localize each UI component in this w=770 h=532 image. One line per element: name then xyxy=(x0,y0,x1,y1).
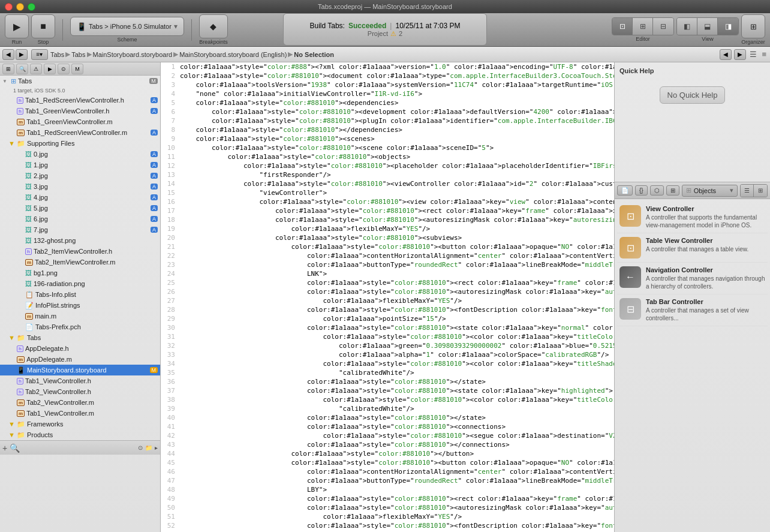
nav-forward-button[interactable]: ▶ xyxy=(16,49,28,60)
lib-list-view-btn[interactable]: ☰ xyxy=(741,185,754,197)
sidebar-btn-5[interactable]: ⊙ xyxy=(58,64,70,74)
file-tree-item[interactable]: mAppDelegate.m xyxy=(0,354,160,365)
breadcrumb-1[interactable]: Tabs xyxy=(71,51,85,58)
show-navigator-button[interactable]: ◧ xyxy=(677,18,697,35)
nav-next-button[interactable]: ▶ xyxy=(734,49,746,60)
file-name: Tab1_RedScreenViewController.m xyxy=(26,129,151,136)
file-tree-item[interactable]: 📱MainStoryboard.storyboardM xyxy=(0,365,160,375)
file-tree-item[interactable]: hTab2_ItemViewController.h xyxy=(0,246,160,257)
sidebar-btn-3[interactable]: ⚠ xyxy=(30,64,42,74)
plist-icon: 📋 xyxy=(25,291,34,299)
file-tree-item[interactable]: mTab2_ItemViewController.m xyxy=(0,257,160,267)
scheme-selector[interactable]: 📱 Tabs > iPhone 5.0 Simulator ▾ xyxy=(70,17,184,36)
filter-button[interactable]: 🔍 xyxy=(10,443,20,453)
library-item[interactable]: ← Navigation Controller A controller tha… xyxy=(617,263,768,294)
organizer-button[interactable]: ⊞ xyxy=(741,14,765,38)
add-file-button[interactable]: + xyxy=(2,443,7,453)
sidebar-header: ⊞ 🔍 ⚠ ▶ ⊙ M xyxy=(0,62,160,76)
standard-editor-button[interactable]: ⊡ xyxy=(612,18,633,35)
breadcrumb-4[interactable]: No Selection xyxy=(294,51,334,58)
file-tree-item[interactable]: mTab1_GreenViewController.m xyxy=(0,116,160,127)
code-line: 31 color:#1a1aaa">style="color:#881010">… xyxy=(161,332,614,341)
breadcrumb-0[interactable]: Tabs xyxy=(50,51,64,58)
image-icon: 🖼 xyxy=(25,194,32,201)
sidebar-btn-4[interactable]: ▶ xyxy=(44,64,56,74)
file-tree-item[interactable]: hTab1_RedScreenViewController.hA xyxy=(0,95,160,106)
file-tree-item[interactable]: 🖼0.jpgA xyxy=(0,149,160,160)
library-item[interactable]: ⊟ Tab Bar Controller A controller that m… xyxy=(617,294,768,326)
file-tree-item[interactable]: ▼📁Supporting Files xyxy=(0,138,160,149)
file-tree-item[interactable]: mTab1_RedScreenViewController.mA xyxy=(0,127,160,138)
breadcrumb-3[interactable]: MainStoryboard.storyboard (English) xyxy=(179,51,287,58)
library-item[interactable]: ⊡ Table View Controller A controller tha… xyxy=(617,233,768,263)
file-name: Tab1_ViewController.h xyxy=(25,377,158,384)
file-tree-item[interactable]: 🖼bg1.png xyxy=(0,267,160,278)
quick-open-button[interactable]: ▸ xyxy=(155,444,158,451)
build-status-text: Succeeded xyxy=(348,22,386,30)
line-content: color:#1a1aaa">style xyxy=(180,116,291,125)
no-quick-help-button[interactable]: No Quick Help xyxy=(660,86,726,104)
library-type-selector[interactable]: ⊞ Objects ▾ xyxy=(682,185,738,197)
file-tree-item[interactable]: 📄Tabs-Prefix.pch xyxy=(0,321,160,332)
file-name: bg1.png xyxy=(34,269,158,276)
sidebar-btn-6[interactable]: M xyxy=(71,64,83,74)
file-tree-item[interactable]: ▼📁Tabs xyxy=(0,332,160,343)
file-tree-item[interactable]: 🖼132-ghost.png xyxy=(0,235,160,246)
file-tree-item[interactable]: 🖼6.jpgA xyxy=(0,214,160,224)
file-tree-item[interactable]: 📋Tabs-Info.plist xyxy=(0,289,160,300)
lib-item-desc: A controller that manages a set of view … xyxy=(646,306,765,322)
library-item[interactable]: ⊡ View Controller A controller that supp… xyxy=(617,202,768,233)
file-tree-item[interactable]: 🖼1.jpgA xyxy=(0,160,160,170)
code-editor[interactable]: 1color:#1a1aaa">style="color:#888"><?xml… xyxy=(161,62,614,532)
breakpoints-button[interactable]: ◆ xyxy=(199,14,228,38)
show-utilities-button[interactable]: ◨ xyxy=(718,18,738,35)
project-root-item[interactable]: ▼ ⊞ Tabs M xyxy=(0,76,160,86)
lib-media-btn[interactable]: ⊞ xyxy=(666,185,679,196)
file-tree-item[interactable]: 🖼3.jpgA xyxy=(0,181,160,192)
code-line: 42 color:#1a1aaa">style="color:#881010">… xyxy=(161,431,614,440)
version-editor-button[interactable]: ⊟ xyxy=(653,18,673,35)
maximize-button[interactable] xyxy=(28,3,35,11)
nav-back-button[interactable]: ◀ xyxy=(2,49,14,60)
file-tree-item[interactable]: 🖼4.jpgA xyxy=(0,192,160,203)
sidebar-btn-2[interactable]: 🔍 xyxy=(16,64,28,74)
breakpoints-label: Breakpoints xyxy=(199,39,228,45)
nav-more-button[interactable]: ≡ xyxy=(760,49,768,60)
file-tree-item[interactable]: 🖼2.jpgA xyxy=(0,170,160,181)
file-tree-item[interactable]: 📝InfoPlist.strings xyxy=(0,300,160,311)
line-content: color:#1a1aaa">style xyxy=(180,98,275,107)
file-tree-item[interactable]: 🖼5.jpgA xyxy=(0,203,160,214)
code-line: 20 color:#1a1aaa">style="color:#881010">… xyxy=(161,233,614,242)
stop-button[interactable]: ■ xyxy=(31,14,55,38)
close-button[interactable] xyxy=(5,3,13,11)
file-tree-item[interactable]: hTab1_ViewController.h xyxy=(0,375,160,386)
lib-3d-btn[interactable]: ⬡ xyxy=(650,185,664,196)
file-tree-item[interactable]: hTab1_GreenViewController.hA xyxy=(0,106,160,116)
lib-file-btn[interactable]: 📄 xyxy=(617,185,633,196)
assistant-editor-button[interactable]: ⊞ xyxy=(633,18,653,35)
nav-prev-button[interactable]: ◀ xyxy=(720,49,732,60)
file-tree-item[interactable]: hAppDelegate.h xyxy=(0,343,160,354)
lib-grid-view-btn[interactable]: ⊞ xyxy=(754,185,767,197)
code-line: 7 color:#1a1aaa">style="color:#881010"><… xyxy=(161,116,614,125)
minimize-button[interactable] xyxy=(16,3,24,11)
breadcrumb-2[interactable]: MainStoryboard.storyboard xyxy=(93,51,173,58)
file-tree-item[interactable]: 🖼196-radiation.png xyxy=(0,278,160,289)
file-tree-item[interactable]: ▼📁Frameworks xyxy=(0,419,160,429)
file-tree-item[interactable]: mTab2_ViewController.m xyxy=(0,397,160,408)
file-tree-item[interactable]: hTab2_ViewController.h xyxy=(0,386,160,397)
lib-code-btn[interactable]: {} xyxy=(635,185,648,196)
related-files-button[interactable]: ≡▾ xyxy=(31,49,48,60)
recent-button[interactable]: ⊙ xyxy=(138,444,143,451)
file-tree-item[interactable]: 🖼7.jpgA xyxy=(0,224,160,235)
file-tree-item[interactable]: ▼📁Products xyxy=(0,429,160,440)
file-tree-item[interactable]: mmain.m xyxy=(0,311,160,321)
add-group-button[interactable]: 📁 xyxy=(145,444,152,451)
file-tree-item[interactable]: mTab1_ViewController.m xyxy=(0,408,160,419)
sidebar-btn-1[interactable]: ⊞ xyxy=(2,64,14,74)
line-content: color:#1a1aaa">style xyxy=(180,494,386,503)
show-debug-button[interactable]: ⬓ xyxy=(697,18,718,35)
folder-icon: 📁 xyxy=(17,140,25,148)
nav-action-button[interactable]: ☰ xyxy=(748,49,758,60)
run-button[interactable]: ▶ xyxy=(5,14,29,38)
